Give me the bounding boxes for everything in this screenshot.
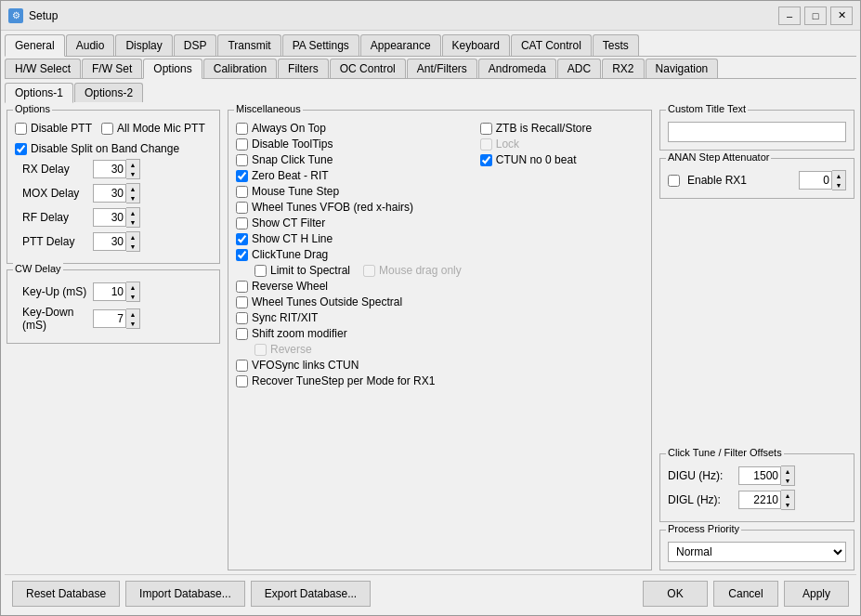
rx-delay-up[interactable]: ▲ [126, 160, 139, 169]
digu-up[interactable]: ▲ [781, 466, 794, 476]
shift-zoom-item: Shift zoom modifier [236, 327, 462, 340]
subtab-navigation[interactable]: Navigation [646, 59, 719, 78]
all-mode-mic-checkbox[interactable] [101, 123, 113, 135]
tab-transmit[interactable]: Transmit [217, 34, 280, 56]
digl-input[interactable] [738, 491, 781, 509]
click-tune-drag-checkbox[interactable] [236, 249, 248, 261]
reverse-wheel-item: Reverse Wheel [236, 280, 462, 293]
tab-appearance[interactable]: Appearance [360, 34, 441, 56]
subtab-rx2[interactable]: RX2 [602, 59, 644, 78]
mouse-tune-step-checkbox[interactable] [236, 186, 248, 198]
minimize-button[interactable]: – [778, 7, 801, 25]
tab-keyboard[interactable]: Keyboard [442, 34, 510, 56]
ztb-recall-item: ZTB is Recall/Store [480, 122, 592, 135]
sync-rit-xit-checkbox[interactable] [236, 312, 248, 324]
always-on-top-checkbox[interactable] [236, 123, 248, 135]
key-down-input[interactable] [93, 309, 126, 328]
rf-delay-up[interactable]: ▲ [126, 208, 139, 217]
digl-btns: ▲ ▼ [781, 490, 795, 510]
limit-spectral-checkbox[interactable] [254, 265, 267, 277]
process-priority-select[interactable]: Normal AboveNormal High [668, 542, 846, 562]
disable-tooltips-checkbox[interactable] [236, 138, 248, 151]
subtab-andromeda[interactable]: Andromeda [478, 59, 556, 78]
key-up-up[interactable]: ▲ [126, 282, 139, 292]
tab-general[interactable]: General [5, 34, 65, 57]
tab-audio[interactable]: Audio [66, 34, 115, 56]
key-up-down[interactable]: ▼ [126, 292, 139, 301]
show-ct-filter-item: Show CT Filter [236, 216, 462, 229]
mox-delay-up[interactable]: ▲ [126, 184, 139, 193]
reverse-wheel-text: Reverse Wheel [252, 280, 328, 293]
vfosync-links-ctun-checkbox[interactable] [236, 360, 248, 372]
rf-delay-input[interactable] [93, 208, 126, 227]
subtab-ant-filters[interactable]: Ant/Filters [407, 59, 477, 78]
disable-ptt-checkbox[interactable] [15, 123, 27, 135]
wheel-outside-text: Wheel Tunes Outside Spectral [252, 295, 402, 308]
key-down-up[interactable]: ▲ [126, 309, 139, 319]
digu-down[interactable]: ▼ [781, 476, 794, 485]
subtab-oc-control[interactable]: OC Control [330, 59, 406, 78]
tab-tests[interactable]: Tests [593, 34, 639, 56]
subtab-fw-set[interactable]: F/W Set [82, 59, 142, 78]
mox-delay-input[interactable] [93, 184, 126, 203]
ptt-delay-up[interactable]: ▲ [126, 232, 139, 242]
recover-tunestep-checkbox[interactable] [236, 375, 248, 387]
anan-value-input[interactable] [799, 171, 832, 190]
rx-delay-down[interactable]: ▼ [126, 169, 139, 178]
zero-beat-rit-text: Zero Beat - RIT [252, 169, 329, 182]
custom-title-input[interactable] [668, 122, 846, 142]
export-database-button[interactable]: Export Database... [251, 581, 371, 607]
cancel-button[interactable]: Cancel [713, 581, 778, 607]
key-up-input[interactable] [93, 282, 126, 301]
tab-pa-settings[interactable]: PA Settings [282, 34, 359, 56]
digl-up[interactable]: ▲ [781, 491, 794, 500]
mox-delay-row: MOX Delay ▲ ▼ [15, 183, 212, 203]
subtab-options[interactable]: Options [143, 59, 202, 79]
tab-cat-control[interactable]: CAT Control [511, 34, 592, 56]
ptt-delay-down[interactable]: ▼ [126, 242, 139, 251]
wheel-tunes-vfob-checkbox[interactable] [236, 202, 248, 214]
show-ct-filter-checkbox[interactable] [236, 217, 248, 229]
restore-button[interactable]: □ [804, 7, 827, 25]
mouse-drag-only-text: Mouse drag only [379, 264, 462, 277]
ctun-no-0-beat-item: CTUN no 0 beat [480, 153, 592, 166]
rf-delay-label: RF Delay [22, 211, 87, 224]
rf-delay-down[interactable]: ▼ [126, 217, 139, 227]
digu-row: DIGU (Hz): ▲ ▼ [668, 465, 846, 486]
disable-split-checkbox[interactable] [15, 143, 27, 155]
opttab-options1[interactable]: Options-1 [5, 83, 73, 103]
opttab-options2[interactable]: Options-2 [74, 83, 143, 102]
key-up-btns: ▲ ▼ [126, 282, 140, 302]
shift-zoom-checkbox[interactable] [236, 328, 248, 340]
rx-delay-input[interactable] [93, 160, 126, 178]
digl-down[interactable]: ▼ [781, 500, 794, 509]
window-title: Setup [29, 9, 58, 22]
ctun-no-0-beat-checkbox[interactable] [480, 154, 492, 166]
zero-beat-rit-checkbox[interactable] [236, 170, 248, 182]
key-down-down[interactable]: ▼ [126, 319, 139, 328]
misc-group: Miscellaneous Always On Top Disable Tool… [228, 110, 652, 570]
close-button[interactable]: ✕ [830, 7, 853, 25]
enable-rx1-checkbox[interactable] [668, 175, 680, 187]
subtab-filters[interactable]: Filters [278, 59, 329, 78]
mox-delay-down[interactable]: ▼ [126, 193, 139, 203]
snap-click-tune-checkbox[interactable] [236, 154, 248, 166]
subtab-calibration[interactable]: Calibration [203, 59, 277, 78]
ztb-recall-checkbox[interactable] [480, 123, 492, 135]
subtab-hw-select[interactable]: H/W Select [5, 59, 81, 78]
subtab-adc[interactable]: ADC [557, 59, 601, 78]
anan-down[interactable]: ▼ [832, 180, 845, 190]
anan-up[interactable]: ▲ [832, 171, 845, 180]
ok-button[interactable]: OK [643, 581, 708, 607]
tab-dsp[interactable]: DSP [174, 34, 217, 56]
ptt-delay-input[interactable] [93, 232, 126, 251]
digu-input[interactable] [738, 466, 781, 485]
show-ct-h-line-checkbox[interactable] [236, 233, 248, 245]
tab-display[interactable]: Display [115, 34, 172, 56]
reverse-wheel-checkbox[interactable] [236, 281, 248, 293]
import-database-button[interactable]: Import Database... [125, 581, 245, 607]
misc-left: Always On Top Disable ToolTips Snap Clic… [236, 122, 462, 390]
apply-button[interactable]: Apply [784, 581, 849, 607]
wheel-outside-checkbox[interactable] [236, 296, 248, 308]
reset-database-button[interactable]: Reset Database [12, 581, 120, 607]
